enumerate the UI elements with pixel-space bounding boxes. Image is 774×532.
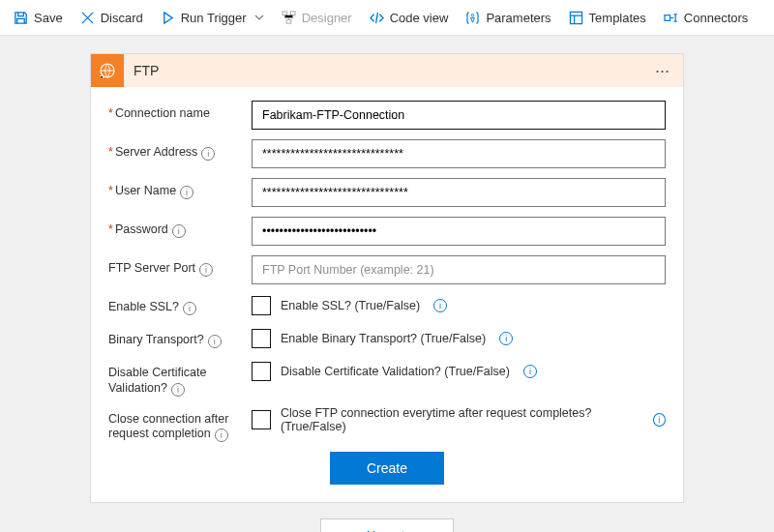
- run-trigger-button[interactable]: Run Trigger: [153, 7, 272, 29]
- params-label: Parameters: [486, 11, 551, 25]
- play-icon: [161, 11, 175, 25]
- label-port: FTP Server Porti: [108, 255, 252, 277]
- svg-rect-2: [286, 19, 291, 23]
- label-user-name: *User Namei: [108, 178, 252, 199]
- connectors-icon: [664, 11, 678, 25]
- disable-cert-option: Disable Certificate Validation? (True/Fa…: [281, 365, 510, 378]
- info-icon[interactable]: i: [199, 263, 213, 277]
- port-input[interactable]: [252, 255, 666, 284]
- parameters-icon: [465, 11, 480, 25]
- label-enable-ssl: Enable SSL?i: [108, 294, 252, 315]
- save-button[interactable]: Save: [6, 7, 71, 29]
- chevron-down-icon: [254, 13, 264, 22]
- binary-transport-checkbox[interactable]: [252, 329, 271, 348]
- svg-rect-1: [290, 11, 295, 15]
- card-title: FTP: [124, 63, 641, 78]
- password-input[interactable]: [252, 217, 666, 246]
- templates-icon: [569, 11, 583, 25]
- templates-button[interactable]: Templates: [561, 7, 654, 29]
- designer-label: Designer: [302, 11, 352, 25]
- connectors-label: Connectors: [684, 11, 748, 25]
- info-icon[interactable]: i: [180, 186, 194, 199]
- ftp-card: FTP ··· *Connection name *Server Address…: [90, 53, 684, 503]
- server-address-input[interactable]: [252, 139, 666, 168]
- ftp-icon: [91, 54, 124, 87]
- disable-cert-checkbox[interactable]: [252, 362, 271, 381]
- plus-icon: +: [355, 528, 363, 532]
- label-password: *Passwordi: [108, 217, 252, 238]
- card-header[interactable]: FTP ···: [91, 54, 683, 87]
- designer-icon: [282, 11, 296, 25]
- close-conn-option: Close FTP connection everytime after req…: [281, 406, 640, 433]
- label-server-address: *Server Addressi: [108, 139, 252, 161]
- svg-rect-5: [665, 15, 670, 20]
- discard-label: Discard: [101, 11, 143, 25]
- info-icon[interactable]: i: [499, 332, 513, 345]
- connection-name-input[interactable]: [252, 101, 666, 130]
- designer-button: Designer: [274, 7, 360, 29]
- label-binary-transport: Binary Transport?i: [108, 327, 252, 348]
- info-icon[interactable]: i: [183, 302, 196, 315]
- info-icon[interactable]: i: [208, 335, 222, 348]
- run-label: Run Trigger: [181, 11, 247, 25]
- user-name-input[interactable]: [252, 178, 666, 207]
- card-menu-button[interactable]: ···: [641, 62, 683, 79]
- card-body: *Connection name *Server Addressi *User …: [91, 87, 683, 502]
- svg-point-3: [472, 14, 474, 15]
- new-step-button[interactable]: + New step: [320, 518, 454, 532]
- discard-button[interactable]: Discard: [73, 7, 151, 29]
- enable-ssl-checkbox[interactable]: [252, 296, 271, 315]
- binary-transport-option: Enable Binary Transport? (True/False): [281, 332, 486, 345]
- new-step-label: New step: [367, 528, 419, 532]
- svg-rect-4: [570, 12, 581, 23]
- save-icon: [14, 11, 28, 25]
- info-icon[interactable]: i: [215, 429, 228, 442]
- save-label: Save: [34, 11, 63, 25]
- code-icon: [370, 11, 384, 25]
- info-icon[interactable]: i: [653, 413, 666, 427]
- label-connection-name: *Connection name: [108, 101, 252, 122]
- create-button[interactable]: Create: [330, 452, 444, 485]
- designer-canvas: FTP ··· *Connection name *Server Address…: [0, 36, 774, 532]
- close-conn-checkbox[interactable]: [252, 410, 271, 429]
- info-icon[interactable]: i: [433, 299, 447, 312]
- label-close-conn: Close connection after request completio…: [108, 406, 252, 443]
- info-icon[interactable]: i: [201, 147, 215, 161]
- label-disable-cert: Disable Certificate Validation?i: [108, 360, 252, 397]
- code-view-button[interactable]: Code view: [362, 7, 457, 29]
- connectors-button[interactable]: Connectors: [656, 7, 756, 29]
- enable-ssl-option: Enable SSL? (True/False): [281, 299, 420, 312]
- info-icon[interactable]: i: [171, 383, 185, 397]
- templates-label: Templates: [589, 11, 646, 25]
- svg-rect-0: [283, 11, 287, 15]
- discard-icon: [80, 11, 95, 25]
- code-label: Code view: [390, 11, 449, 25]
- parameters-button[interactable]: Parameters: [458, 7, 558, 29]
- toolbar: Save Discard Run Trigger Designer Code v…: [0, 0, 774, 36]
- info-icon[interactable]: i: [172, 224, 186, 238]
- info-icon[interactable]: i: [523, 365, 537, 378]
